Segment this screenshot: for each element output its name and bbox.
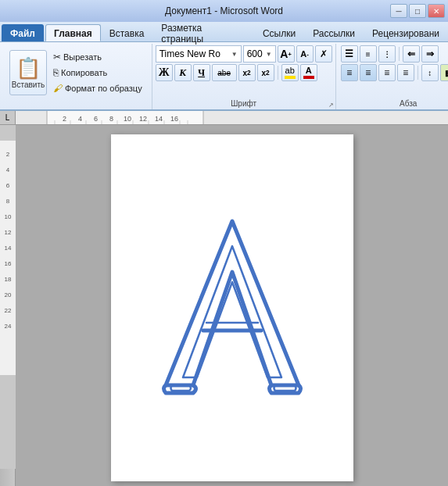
ruler-corner-icon: L: [5, 113, 10, 122]
svg-text:4: 4: [78, 115, 82, 123]
paste-icon: 📋: [16, 56, 41, 80]
vertical-ruler: 2 4 6 8 10 12 14 16 18 20 22 24: [0, 125, 16, 486]
font-color-button[interactable]: A: [300, 64, 317, 81]
copy-label: Копировать: [61, 68, 107, 77]
svg-text:6: 6: [6, 182, 10, 189]
font-name-value: Times New Ro: [159, 48, 230, 59]
shading-button[interactable]: ▦: [440, 64, 448, 81]
font-expand[interactable]: ↗: [328, 102, 334, 109]
document-area: 2 4 6 8 10 12 14 16 18 20 22 24: [0, 125, 448, 486]
font-name-dropdown[interactable]: Times New Ro ▼: [156, 45, 242, 63]
svg-text:16: 16: [170, 115, 178, 123]
highlight-icon: ab: [285, 66, 295, 75]
cut-button[interactable]: ✂ Вырезать: [50, 50, 145, 64]
subscript-button[interactable]: x2: [238, 64, 256, 81]
para-list-row: ☰ ≡ ⋮ ⇐ ⇒: [341, 45, 448, 63]
close-button[interactable]: ✕: [428, 4, 445, 18]
font-group: Times New Ro ▼ 600 ▼ A+ A- ✗ Ж К Ч abe x…: [152, 44, 336, 109]
svg-text:24: 24: [5, 323, 12, 330]
svg-text:8: 8: [6, 198, 10, 205]
decrease-indent-button[interactable]: ⇐: [403, 45, 420, 63]
font-separator: [278, 66, 278, 80]
svg-text:2: 2: [6, 151, 10, 158]
paste-button[interactable]: 📋 Вставить: [9, 50, 47, 95]
italic-button[interactable]: К: [174, 64, 192, 81]
font-grow-button[interactable]: A+: [278, 45, 295, 63]
minimize-button[interactable]: ─: [390, 4, 407, 18]
svg-rect-23: [0, 141, 16, 375]
svg-text:14: 14: [5, 245, 12, 252]
tab-file[interactable]: Файл: [2, 24, 44, 41]
svg-text:16: 16: [5, 260, 12, 267]
svg-text:12: 12: [139, 115, 147, 123]
highlight-color-bar: [285, 76, 296, 79]
clear-format-button[interactable]: ✗: [315, 45, 332, 63]
ruler-corner[interactable]: L: [0, 111, 16, 124]
para-sep1: [399, 47, 400, 61]
window-controls: ─ □ ✕: [390, 4, 445, 18]
para-group: ☰ ≡ ⋮ ⇐ ⇒ ≡ ≡ ≡ ≡ ↕ ▦ ⊞ Абза ↗: [336, 44, 448, 109]
document-page: [111, 134, 353, 481]
underline-button[interactable]: Ч: [193, 64, 210, 81]
tab-insert[interactable]: Вставка: [101, 24, 153, 41]
clipboard-small-buttons: ✂ Вырезать ⎘ Копировать 🖌 Формат по обра…: [50, 50, 145, 95]
tab-review[interactable]: Рецензировани: [364, 24, 448, 41]
bold-button[interactable]: Ж: [156, 64, 173, 81]
svg-text:4: 4: [6, 166, 10, 173]
ribbon: 📋 Вставить ✂ Вырезать ⎘ Копировать 🖌 Фор…: [0, 42, 448, 111]
ruler-container: L 2 4 6 8 10 12 14 16: [0, 111, 448, 125]
align-left-button[interactable]: ≡: [341, 64, 358, 81]
maximize-button[interactable]: □: [409, 4, 426, 18]
tab-mailings[interactable]: Рассылки: [304, 24, 364, 41]
copy-button[interactable]: ⎘ Копировать: [50, 66, 145, 80]
font-group-label: Шрифт: [152, 99, 335, 108]
line-spacing-button[interactable]: ↕: [421, 64, 439, 81]
svg-text:8: 8: [109, 115, 113, 123]
numbering-button[interactable]: ≡: [360, 45, 377, 63]
svg-text:18: 18: [5, 276, 12, 283]
format-painter-icon: 🖌: [53, 83, 63, 94]
increase-indent-button[interactable]: ⇒: [421, 45, 439, 63]
bullets-button[interactable]: ☰: [341, 45, 358, 63]
font-shrink-button[interactable]: A-: [296, 45, 314, 63]
justify-button[interactable]: ≡: [397, 64, 414, 81]
align-center-button[interactable]: ≡: [360, 64, 377, 81]
horizontal-ruler: 2 4 6 8 10 12 14 16: [16, 111, 448, 124]
format-painter-button[interactable]: 🖌 Формат по образцу: [50, 81, 145, 95]
font-size-dropdown[interactable]: 600 ▼: [243, 45, 276, 63]
title-bar: Документ1 - Microsoft Word ─ □ ✕: [0, 0, 448, 22]
svg-text:14: 14: [155, 115, 163, 123]
font-color-icon: A: [306, 66, 312, 75]
format-painter-label: Формат по образцу: [65, 84, 142, 93]
font-name-arrow: ▼: [231, 51, 238, 58]
superscript-button[interactable]: x2: [257, 64, 274, 81]
text-highlight-button[interactable]: ab: [281, 64, 299, 81]
clipboard-group: 📋 Вставить ✂ Вырезать ⎘ Копировать 🖌 Фор…: [3, 44, 152, 109]
svg-text:20: 20: [5, 291, 12, 298]
para-sep2: [418, 66, 418, 80]
font-size-value: 600: [247, 48, 264, 59]
window-title: Документ1 - Microsoft Word: [165, 5, 283, 16]
tab-layout[interactable]: Разметка страницы: [152, 24, 254, 41]
svg-text:2: 2: [63, 115, 66, 123]
copy-icon: ⎘: [53, 67, 59, 78]
cut-icon: ✂: [53, 52, 61, 63]
para-align-row: ≡ ≡ ≡ ≡ ↕ ▦ ⊞: [341, 64, 448, 81]
font-size-arrow: ▼: [266, 51, 272, 58]
tab-home[interactable]: Главная: [45, 24, 101, 41]
multilevel-button[interactable]: ⋮: [378, 45, 396, 63]
font-format-row: Ж К Ч abe x2 x2 ab A: [156, 64, 332, 81]
ribbon-tabs: Файл Главная Вставка Разметка страницы С…: [0, 22, 448, 42]
align-right-button[interactable]: ≡: [378, 64, 396, 81]
letter-display: [142, 198, 322, 419]
page-container[interactable]: [16, 125, 448, 486]
para-group-label: Абза: [336, 99, 448, 108]
svg-text:6: 6: [94, 115, 98, 123]
svg-text:10: 10: [5, 213, 12, 220]
paste-label: Вставить: [12, 80, 45, 89]
svg-text:10: 10: [124, 115, 131, 123]
font-color-bar: [303, 76, 314, 79]
tab-references[interactable]: Ссылки: [254, 24, 304, 41]
strikethrough-button[interactable]: abe: [212, 64, 237, 81]
svg-text:12: 12: [5, 229, 12, 236]
